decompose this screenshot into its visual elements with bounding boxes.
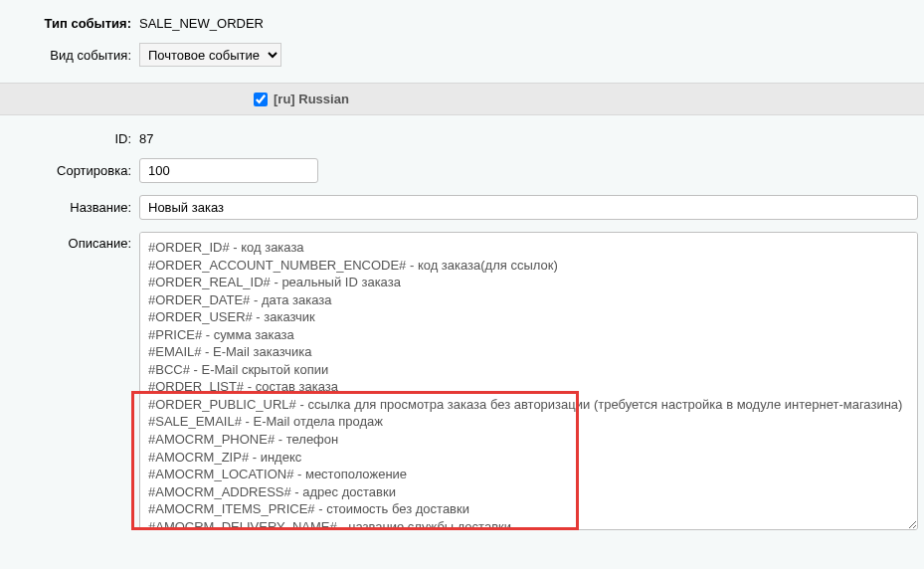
row-event-kind: Вид события: Почтовое событие [0, 37, 924, 73]
label-event-type: Тип события: [10, 16, 139, 31]
row-id: ID: 87 [0, 125, 924, 152]
input-name[interactable] [139, 195, 918, 220]
select-event-kind[interactable]: Почтовое событие [139, 43, 281, 67]
label-id: ID: [10, 131, 139, 146]
lang-checkbox[interactable] [254, 93, 268, 106]
label-sort: Сортировка: [10, 163, 139, 178]
row-description: Описание: [0, 226, 924, 539]
lang-bar: [ru] Russian [0, 83, 924, 115]
value-id: 87 [139, 131, 914, 146]
value-event-type: SALE_NEW_ORDER [139, 16, 914, 31]
row-sort: Сортировка: [0, 152, 924, 189]
label-name: Название: [10, 200, 139, 215]
input-sort[interactable] [139, 158, 318, 183]
lang-label: [ru] Russian [274, 92, 349, 106]
row-name: Название: [0, 189, 924, 226]
textarea-description[interactable] [139, 232, 918, 530]
label-event-kind: Вид события: [10, 48, 139, 63]
label-description: Описание: [10, 232, 139, 251]
row-event-type: Тип события: SALE_NEW_ORDER [0, 10, 924, 37]
